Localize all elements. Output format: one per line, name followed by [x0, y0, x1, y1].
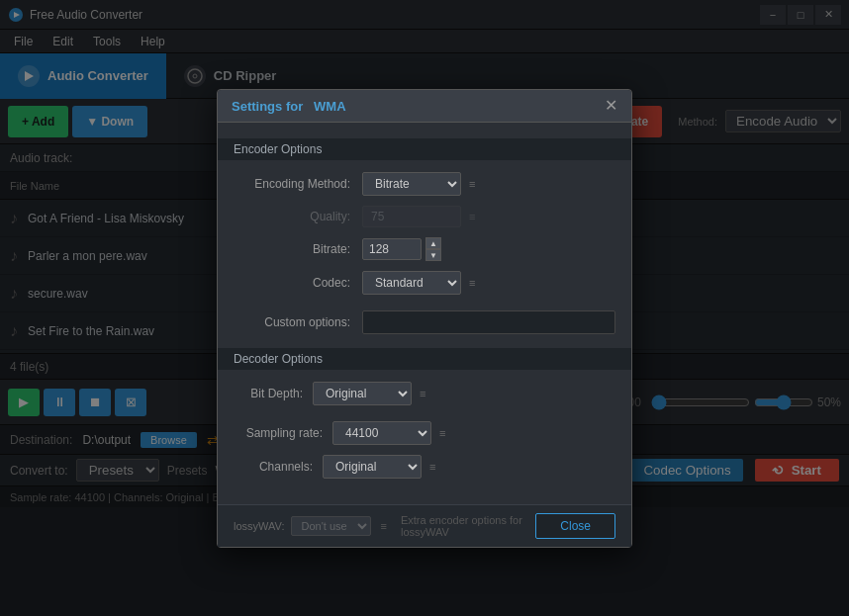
sampling-rate-row: Sampling rate: 44100 ≡: [234, 421, 433, 445]
decoder-section-title: Decoder Options: [218, 348, 631, 370]
modal-header: Settings for WMA ✕: [218, 90, 631, 123]
modal-overlay: Settings for WMA ✕ Encoder Options Encod…: [0, 0, 849, 616]
bitrate-label: Bitrate:: [234, 242, 362, 256]
channels-select[interactable]: Original: [323, 455, 422, 479]
quality-input: [362, 206, 461, 227]
quality-label: Quality:: [234, 210, 362, 223]
lossywav-icon: ≡: [381, 520, 387, 532]
custom-options-row: Custom options:: [234, 310, 615, 334]
encoding-method-label: Encoding Method:: [234, 177, 362, 191]
custom-options-input[interactable]: [362, 310, 615, 334]
modal-title-prefix: Settings for: [232, 99, 303, 114]
bitrate-control: ▲ ▼: [362, 237, 615, 261]
encoding-method-row: Encoding Method: Bitrate ≡: [234, 172, 615, 196]
lossywav-select[interactable]: Don't use: [291, 516, 371, 536]
quality-row: Quality: ≡: [234, 206, 615, 227]
codec-control: Standard ≡: [362, 271, 615, 295]
modal-close-button[interactable]: ✕: [605, 98, 617, 114]
lossywav-label: lossyWAV:: [234, 520, 285, 532]
sampling-rate-icon: ≡: [439, 427, 445, 439]
sampling-rate-control: 44100 ≡: [332, 421, 445, 445]
modal-title: Settings for WMA: [232, 99, 346, 114]
modal-body: Encoder Options Encoding Method: Bitrate…: [218, 123, 631, 504]
encoding-method-select[interactable]: Bitrate: [362, 172, 461, 196]
decoder-options: Bit Depth: Original ≡ Sampling rate: 441…: [234, 382, 615, 445]
bit-depth-row: Bit Depth: Original ≡: [234, 382, 409, 405]
encoder-section-title: Encoder Options: [218, 138, 631, 160]
lossywav-row: lossyWAV: Don't use ≡ Extra encoder opti…: [234, 514, 535, 538]
bitrate-spinner: ▲ ▼: [425, 237, 441, 261]
bitrate-down-button[interactable]: ▼: [425, 249, 441, 261]
sampling-rate-label: Sampling rate:: [234, 426, 332, 440]
bit-depth-control: Original ≡: [313, 382, 425, 405]
modal-format: WMA: [314, 99, 346, 114]
codec-select[interactable]: Standard: [362, 271, 461, 295]
modal-close-btn[interactable]: Close: [535, 513, 615, 539]
codec-icon: ≡: [469, 277, 475, 289]
bit-depth-label: Bit Depth:: [234, 387, 313, 400]
extra-encoder-label: Extra encoder options for lossyWAV: [401, 514, 535, 538]
encoding-method-icon: ≡: [469, 178, 475, 190]
encoding-method-control: Bitrate ≡: [362, 172, 615, 196]
channels-label: Channels:: [234, 460, 323, 474]
bitrate-up-button[interactable]: ▲: [425, 237, 441, 249]
channels-row: Channels: Original ≡: [234, 455, 615, 479]
settings-modal: Settings for WMA ✕ Encoder Options Encod…: [217, 89, 632, 548]
bitrate-input[interactable]: [362, 238, 422, 260]
channels-icon: ≡: [429, 461, 435, 473]
custom-options-label: Custom options:: [234, 315, 362, 329]
sampling-rate-select[interactable]: 44100: [332, 421, 431, 445]
bit-depth-select[interactable]: Original: [313, 382, 412, 405]
quality-icon: ≡: [469, 211, 475, 222]
codec-row: Codec: Standard ≡: [234, 271, 615, 295]
codec-label: Codec:: [234, 276, 362, 290]
bitrate-row: Bitrate: ▲ ▼: [234, 237, 615, 261]
modal-footer: lossyWAV: Don't use ≡ Extra encoder opti…: [218, 504, 631, 547]
quality-control: ≡: [362, 206, 615, 227]
custom-options-control: [362, 310, 615, 334]
bit-depth-icon: ≡: [420, 388, 425, 399]
channels-control: Original ≡: [323, 455, 615, 479]
